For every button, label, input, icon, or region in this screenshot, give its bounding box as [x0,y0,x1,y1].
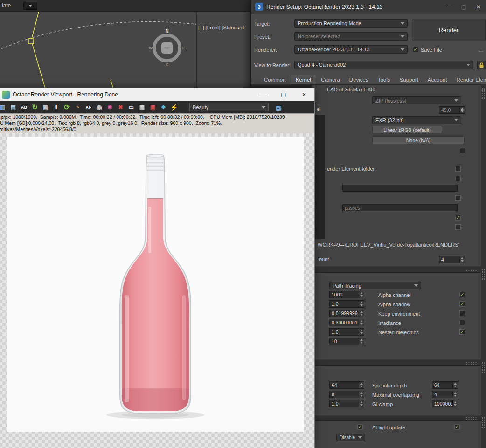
ray-epsilon-spinner[interactable]: 1,0 [329,400,364,407]
tab-kernel[interactable]: Kernel [291,75,316,84]
ab-compare-icon[interactable]: AB [19,102,29,112]
render-setup-titlebar[interactable]: 3 Render Setup: OctaneRender 2023.1.3 - … [251,0,486,14]
option-checkbox[interactable] [455,224,461,230]
maximize-button[interactable]: ▢ [273,88,294,101]
pause-icon[interactable]: ‖ [51,102,61,112]
kernel-spinner-2[interactable]: 1,0 [329,300,364,308]
spinner-arrows[interactable] [359,319,364,326]
spinner-arrows[interactable] [359,329,364,335]
gi-clamp-spinner[interactable]: 1000000, [432,400,458,407]
scatter-depth-spinner[interactable]: 8 [329,391,364,398]
none-button[interactable]: None (N/A) [372,136,465,144]
specular-depth-spinner[interactable]: 64 [432,381,458,389]
kernel-spinner-4[interactable]: 0,30000001 [329,319,364,326]
spinner-arrows[interactable] [459,107,465,113]
file-icon[interactable]: ▥ [0,102,7,112]
octane-viewport-titlebar[interactable]: OctaneRender Viewport - Rendering Done —… [0,88,314,101]
spinner-arrows[interactable] [359,400,364,407]
grip-icon [482,417,486,428]
format-dropdown[interactable]: EXR (32-bit) [372,116,461,124]
checker-background-icon[interactable]: ▩ [275,103,283,111]
view-lock-button[interactable] [477,61,486,69]
max-samples-spinner[interactable]: 1000 [329,291,364,298]
keep-environment-checkbox[interactable] [459,310,465,316]
folder-checkbox[interactable] [455,166,461,172]
viewport-label[interactable]: [+] [Front] [Standard [198,25,244,30]
preset-dropdown[interactable]: No preset selected [294,32,408,41]
disable-dropdown[interactable]: Disable [336,434,365,441]
renderer-dropdown[interactable]: OctaneRender 2023.1.3 - 14.13 [294,45,408,54]
restart-icon[interactable]: ⟳ [62,102,72,112]
srgb-button[interactable]: Linear sRGB (default) [372,126,442,134]
ai-option-checkbox[interactable] [357,424,363,430]
lock-icon[interactable]: ▣ [41,102,50,112]
maximal-overlapping-spinner[interactable]: 4 [432,391,458,398]
autofocus-icon[interactable]: AF [83,102,93,112]
monitor-icon[interactable]: ▭ [126,102,136,112]
spinner-arrows[interactable] [359,310,364,317]
printer-icon[interactable]: ▦ [137,102,147,112]
option-checkbox[interactable] [460,148,465,153]
spinner-arrows[interactable] [359,301,364,307]
target-dropdown[interactable]: Production Rendering Mode [294,19,408,28]
stop-region-icon[interactable]: ✖ [116,102,125,112]
kernel-type-dropdown[interactable]: Path Tracing [329,282,421,289]
spinner-arrows[interactable] [359,391,364,398]
save-file-checkbox[interactable] [413,47,418,52]
kernel-spinner-5[interactable]: 1,0 [329,328,364,336]
ai-light-update-checkbox[interactable] [454,424,460,430]
color-picker-icon[interactable]: ❖ [159,102,168,112]
maximize-button[interactable]: ▢ [456,4,471,10]
film-icon[interactable]: ▣ [148,102,158,112]
clock-icon[interactable]: ◔ [73,102,83,112]
tab-camera[interactable]: Camera [316,75,345,84]
palette-icon[interactable]: ✱ [105,102,115,112]
spinner-arrows[interactable] [459,256,465,263]
nested-dielectrics-checkbox[interactable] [459,329,465,335]
tab-common[interactable]: Common [259,75,291,84]
view-to-render-dropdown[interactable]: Quad 4 - Camera002 [294,61,473,69]
renderer-more-button[interactable]: ... [479,47,483,53]
kernel-spinner-6[interactable]: 10 [329,338,364,345]
refresh-icon[interactable]: ↻ [30,102,40,112]
option-checkbox[interactable] [455,215,461,221]
render-button[interactable]: Render [412,19,486,41]
irradiance-checkbox[interactable] [459,320,465,325]
spinner-arrows[interactable] [452,400,458,407]
diffuse-depth-spinner[interactable]: 64 [329,381,364,389]
spinner-arrows[interactable] [452,391,458,398]
alpha-shadow-checkbox[interactable] [459,301,465,307]
alpha-channel-checkbox[interactable] [459,292,465,297]
option-checkbox[interactable] [455,195,461,201]
menubar-label[interactable]: late [2,2,11,9]
lightning-icon[interactable]: ⚡ [169,102,179,112]
render-status-bar: mp/px: 1000/1000. Samp/s: 0.000M. Time: … [0,113,314,133]
render-pass-dropdown[interactable]: Beauty [189,103,269,111]
minimize-button[interactable]: — [441,4,456,10]
tab-devices[interactable]: Devices [345,75,373,84]
spinner-arrows[interactable] [359,382,364,388]
spinner-arrows[interactable] [452,382,458,388]
option-checkbox[interactable] [455,176,461,181]
spinner-arrows[interactable] [359,338,364,345]
camera-icon[interactable]: ◉ [94,102,104,112]
filename-input[interactable] [342,185,458,192]
menubar-dropdown[interactable] [23,2,37,10]
tab-tools[interactable]: Tools [373,75,395,84]
dialog-scrollbar[interactable] [481,85,486,448]
tab-support[interactable]: Support [395,75,423,84]
kernel-spinner-3[interactable]: 0,01999999 [329,310,364,317]
compression-dropdown[interactable]: ZIP (lossless) [372,96,461,104]
tab-render-elements[interactable]: Render Elements [451,75,486,84]
count-spinner[interactable]: 4 [439,256,465,263]
close-button[interactable]: ✕ [294,88,314,101]
close-button[interactable]: ✕ [471,4,486,10]
copy-icon[interactable]: ▤ [8,102,18,112]
render-view[interactable] [0,133,314,448]
minimize-button[interactable]: — [253,88,273,101]
passes-input[interactable]: passes [342,204,458,211]
tab-account[interactable]: Account [423,75,452,84]
view-compass[interactable]: N S W E TOP [149,30,185,66]
quality-spinner[interactable]: 45,0 [439,106,465,114]
spinner-arrows[interactable] [359,291,364,298]
